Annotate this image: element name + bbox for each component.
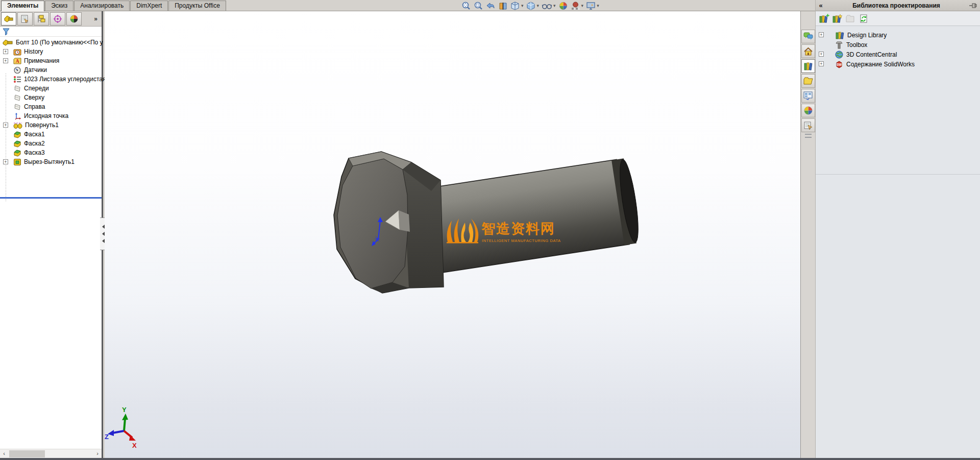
collapse-panel-button[interactable]: « — [816, 2, 826, 9]
tree-item-chamfer1[interactable]: Фаска1 — [0, 130, 102, 139]
expand-toggle[interactable]: + — [3, 159, 8, 164]
edit-appearance-icon[interactable] — [558, 1, 569, 11]
window-bottom-edge — [0, 458, 980, 460]
library-item-toolbox[interactable]: Toolbox — [816, 40, 980, 49]
tree-item-label: Вырез-Вытянуть1 — [24, 158, 75, 165]
expand-toggle[interactable]: + — [3, 123, 8, 128]
dropdown-arrow-icon[interactable]: ▾ — [581, 3, 584, 8]
add-file-location-icon[interactable] — [832, 14, 843, 23]
scroll-right-arrow[interactable]: › — [93, 450, 102, 458]
task-pane-title: Библиотека проектирования — [826, 2, 967, 9]
scroll-left-arrow[interactable]: ‹ — [0, 450, 8, 458]
featuremanager-tree-tab[interactable] — [1, 12, 16, 26]
reference-triad: Y Z X — [105, 406, 137, 449]
expand-toggle[interactable]: + — [819, 61, 824, 66]
dropdown-arrow-icon[interactable]: ▾ — [597, 3, 599, 8]
expand-toggle[interactable]: + — [819, 52, 824, 57]
library-item-3d-contentcentral[interactable]: + 3D ContentCentral — [816, 50, 980, 59]
add-to-library-icon[interactable] — [819, 14, 829, 23]
expand-toggle[interactable]: + — [3, 58, 8, 63]
tree-filter-row[interactable] — [0, 27, 102, 37]
task-pane-header: « Библиотека проектирования — [816, 0, 980, 11]
feature-tree-horizontal-scrollbar[interactable]: ‹ › — [0, 449, 102, 458]
bolt-3d-model[interactable]: 智造资料网 INTELLIGENT MANUFACTURING DATA Y Z… — [105, 11, 800, 458]
triad-x-label: X — [132, 442, 137, 449]
configuration-manager-tab[interactable] — [34, 12, 49, 26]
toolbox-bolt-icon — [835, 41, 843, 49]
annotations-icon: A — [13, 57, 21, 65]
design-library-tab[interactable] — [801, 59, 815, 73]
library-item-design-library[interactable]: + Design Library — [816, 31, 980, 39]
tree-item-label: History — [24, 48, 43, 55]
tab-sketch[interactable]: Эскиз — [45, 1, 74, 11]
part-bolt-icon — [4, 14, 14, 23]
view-palette-tab[interactable] — [801, 89, 815, 103]
task-pane-tab-strip — [800, 11, 815, 458]
display-manager-ball-icon — [69, 14, 79, 23]
zoom-to-fit-icon[interactable] — [461, 1, 472, 11]
sensors-gauge-icon — [13, 66, 21, 74]
tree-item-front-plane[interactable]: Спереди — [0, 84, 102, 93]
zoom-to-area-icon[interactable] — [473, 1, 484, 11]
tab-elements[interactable]: Элементы — [1, 1, 44, 11]
expand-toggle[interactable]: + — [3, 49, 8, 54]
tree-item-top-plane[interactable]: Сверху — [0, 93, 102, 102]
triad-y-label: Y — [122, 406, 127, 414]
dropdown-arrow-icon[interactable]: ▾ — [537, 3, 540, 8]
tree-item-history[interactable]: + History — [0, 47, 102, 56]
feature-manager-tab-row: » — [0, 11, 102, 27]
solidworks-forum-tab[interactable] — [801, 30, 815, 43]
display-manager-tab[interactable] — [66, 12, 82, 26]
tree-item-origin[interactable]: Исходная точка — [0, 111, 102, 120]
tree-item-material[interactable]: 1023 Листовая углеродистая — [0, 75, 102, 84]
more-tabs-chevron[interactable]: » — [94, 15, 97, 22]
library-item-solidworks-content[interactable]: + SW Содержание SolidWorks — [816, 60, 980, 68]
tree-item-chamfer2[interactable]: Фаска2 — [0, 139, 102, 148]
view-settings-icon[interactable]: ▾ — [585, 1, 600, 11]
chamfer-feature-icon — [13, 140, 21, 148]
dimxpert-manager-tab[interactable] — [50, 12, 65, 26]
bolt-hex-head[interactable] — [334, 152, 444, 293]
tree-item-sensors[interactable]: Датчики — [0, 65, 102, 75]
appearances-scenes-tab[interactable] — [801, 104, 815, 117]
chamfer-feature-icon — [13, 149, 21, 157]
tree-item-label: Справа — [24, 103, 45, 110]
plane-icon — [13, 85, 21, 92]
dropdown-arrow-icon[interactable]: ▾ — [553, 3, 556, 8]
dropdown-arrow-icon[interactable]: ▾ — [521, 3, 524, 8]
tree-item-revolve1[interactable]: + Повернуть1 — [0, 120, 102, 130]
tree-item-root[interactable]: Болт 10 (По умолчанию<<По у — [0, 38, 102, 47]
tree-item-label: Примечания — [24, 57, 59, 64]
graphics-viewport[interactable]: 智造资料网 INTELLIGENT MANUFACTURING DATA Y Z… — [105, 11, 800, 458]
task-pane-splitter-grip[interactable] — [805, 134, 812, 139]
solidworks-resources-tab[interactable] — [801, 44, 815, 58]
display-style-icon[interactable]: ▾ — [526, 1, 540, 11]
create-new-folder-icon[interactable] — [845, 14, 856, 23]
tab-office-products[interactable]: Продукты Office — [168, 1, 226, 11]
library-item-label: Design Library — [847, 32, 887, 39]
custom-properties-icon — [803, 121, 813, 130]
tree-item-chamfer3[interactable]: Фаска3 — [0, 148, 102, 157]
tree-item-right-plane[interactable]: Справа — [0, 102, 102, 111]
file-explorer-tab[interactable] — [801, 74, 815, 88]
rollback-bar[interactable] — [0, 197, 102, 199]
property-manager-tab[interactable] — [17, 12, 33, 26]
cut-extrude-feature-icon — [13, 158, 21, 166]
tab-evaluate[interactable]: Анализировать — [74, 1, 130, 11]
bolt-shaft[interactable] — [429, 158, 642, 273]
tree-item-cut-extrude1[interactable]: + Вырез-Вытянуть1 — [0, 157, 102, 166]
apply-scene-icon[interactable]: ▾ — [570, 1, 584, 11]
pin-panel-button[interactable] — [967, 3, 980, 9]
hide-show-items-icon[interactable]: ▾ — [541, 1, 556, 11]
tree-item-annotations[interactable]: + A Примечания — [0, 56, 102, 65]
expand-toggle[interactable]: + — [819, 32, 824, 37]
scrollbar-thumb[interactable] — [9, 450, 45, 457]
refresh-icon[interactable] — [859, 14, 869, 23]
design-library-tree: + Design Library Toolbox + 3D ContentCen… — [816, 28, 980, 62]
custom-properties-tab[interactable] — [801, 118, 815, 132]
view-orientation-icon[interactable]: ▾ — [510, 1, 524, 11]
section-view-icon[interactable] — [498, 1, 508, 11]
tab-dimxpert[interactable]: DimXpert — [130, 1, 168, 11]
previous-view-icon[interactable] — [485, 1, 496, 11]
configuration-manager-icon — [36, 14, 46, 23]
